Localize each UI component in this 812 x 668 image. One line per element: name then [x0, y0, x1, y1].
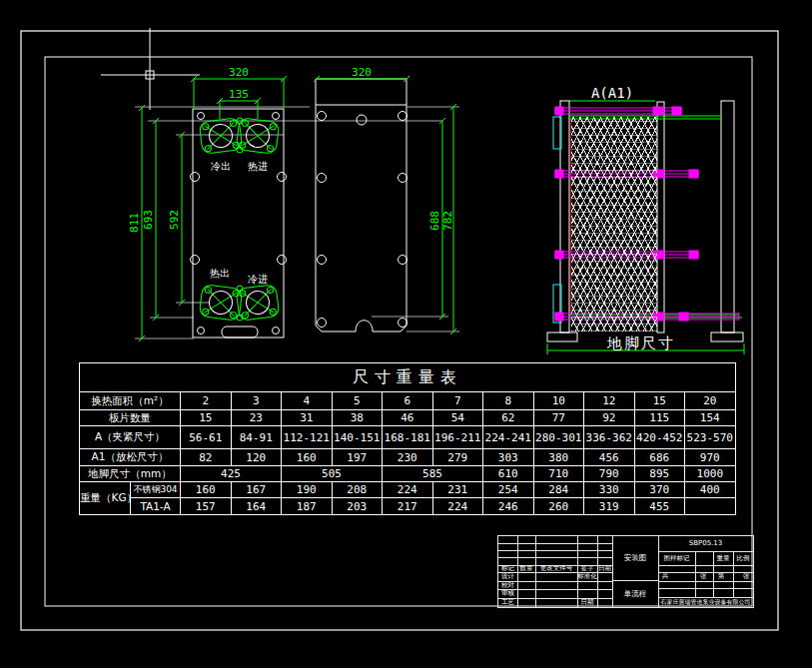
- table-cell: 280-301: [533, 426, 584, 449]
- table-cell: 790: [584, 466, 635, 482]
- crosshair-cursor[interactable]: [101, 28, 200, 110]
- weight-group-label: 重量（KG）: [80, 482, 131, 515]
- rev-header-date: 日期: [597, 565, 612, 572]
- role-design: 设计: [498, 572, 517, 581]
- foot-dimension-label: 地脚尺寸: [606, 334, 675, 352]
- table-cell: 160: [282, 449, 333, 466]
- table-row-weight-ss304: 重量（KG）不锈钢3041601671902082242312542843303…: [80, 482, 736, 498]
- table-cell: 420-452: [634, 426, 685, 449]
- cad-canvas: 冷出 热进 热出 冷进 320 1: [0, 0, 812, 668]
- table-cell: 260: [533, 498, 584, 515]
- table-cell: 5: [332, 392, 383, 410]
- table-cell: 2: [181, 392, 232, 410]
- size-table: 尺寸重量表换热面积（m²）234567810121520板片数量15233138…: [79, 362, 736, 515]
- port-label-cold-in: 冷进: [248, 274, 268, 285]
- table-cell: 303: [483, 449, 534, 466]
- role-check: 校对: [498, 581, 517, 589]
- table-cell: 610: [483, 466, 534, 482]
- rev-header-mark: 标记: [498, 565, 517, 572]
- table-cell: 686: [634, 449, 685, 466]
- table-cell: 20: [685, 392, 736, 410]
- doc-number: SBP05.13: [658, 536, 753, 551]
- table-cell: 12: [584, 392, 635, 410]
- role-review: 审核: [498, 589, 517, 598]
- table-cell: 10: [533, 392, 584, 410]
- table-cell: 224-241: [483, 426, 534, 449]
- table-cell: 120: [231, 449, 282, 466]
- table-cell: 6: [383, 392, 433, 410]
- rev-header-docno: 更改文件号: [535, 565, 577, 572]
- port-label-cold-out: 冷出: [211, 161, 231, 172]
- port-group: [199, 118, 280, 322]
- table-cell: 115: [634, 410, 685, 426]
- row-label: 换热面积（m²）: [80, 392, 181, 410]
- title-block: 标记 数量 更改文件号 签字 日期 设计 标准化 校对 审核 工艺 日期 安装图…: [497, 535, 754, 608]
- table-cell: 77: [533, 410, 584, 426]
- table-cell: 38: [332, 410, 383, 426]
- table-cell: 23: [231, 410, 282, 426]
- table-cell: 224: [383, 482, 433, 498]
- table-title: 尺寸重量表: [80, 363, 736, 392]
- table-cell: 8: [483, 392, 534, 410]
- table-cell: 31: [282, 410, 333, 426]
- table-cell: 157: [181, 498, 232, 515]
- size-weight-table-wrap: 尺寸重量表换热面积（m²）234567810121520板片数量15233138…: [79, 362, 735, 521]
- dim-height-693: 693: [142, 210, 155, 230]
- port-label-hot-in: 热进: [248, 161, 268, 172]
- table-cell: 505: [282, 466, 383, 482]
- table-cell: 168-181: [383, 426, 433, 449]
- row-label: TA1-A: [131, 498, 181, 515]
- port-label-hot-out: 热出: [210, 268, 230, 279]
- row-label: 地脚尺寸（mm）: [80, 466, 181, 482]
- table-cell: 217: [383, 498, 433, 515]
- row-label: A（夹紧尺寸）: [80, 426, 181, 449]
- table-row-weight-ta1a: TA1-A157164187203217224246260319455: [80, 498, 736, 515]
- plate-pack-hatch: [571, 117, 657, 332]
- row-label: 板片数量: [80, 410, 181, 426]
- table-cell: 330: [584, 482, 635, 498]
- table-cell: 208: [332, 482, 383, 498]
- scale-label: 比例: [733, 551, 753, 565]
- weight-label: 重量: [713, 551, 733, 565]
- table-cell: 154: [685, 410, 736, 426]
- table-cell: 380: [533, 449, 584, 466]
- table-row: 板片数量152331384654627792115154: [80, 410, 736, 426]
- sheet-total-label: 共: [660, 572, 670, 581]
- dim-port-span: 135: [229, 88, 249, 101]
- table-cell: 160: [181, 482, 232, 498]
- flow-type-label: 单流程: [612, 580, 658, 607]
- table-cell: 585: [383, 466, 483, 482]
- standardization-label: 标准化: [573, 572, 601, 581]
- table-cell: 370: [634, 482, 685, 498]
- table-cell: 92: [584, 410, 635, 426]
- table-cell: 455: [634, 498, 685, 515]
- table-cell: 3: [231, 392, 282, 410]
- table-row-foot: 地脚尺寸（mm）4255055856107107908951000: [80, 466, 736, 482]
- table-cell: 196-211: [432, 426, 483, 449]
- table-row: 换热面积（m²）234567810121520: [80, 392, 736, 410]
- table-cell: 895: [634, 466, 685, 482]
- table-cell: 425: [181, 466, 282, 482]
- table-cell: 231: [432, 482, 483, 498]
- table-cell: 56-61: [181, 426, 232, 449]
- table-cell: 319: [584, 498, 635, 515]
- table-cell: 336-362: [584, 426, 635, 449]
- table-cell: 230: [383, 449, 433, 466]
- table-cell: 456: [584, 449, 635, 466]
- dim-width-front: 320: [229, 66, 249, 79]
- rev-header-qty: 数量: [517, 565, 535, 572]
- row-label: 不锈钢304: [131, 482, 181, 498]
- dim-height-782: 782: [441, 211, 454, 231]
- table-cell: 523-570: [685, 426, 736, 449]
- dim-height-688: 688: [428, 211, 441, 231]
- table-cell: 203: [332, 498, 383, 515]
- table-cell: 197: [332, 449, 383, 466]
- date-label: 日期: [577, 598, 597, 607]
- table-cell: 1000: [685, 466, 736, 482]
- sheet-unit-label: 张: [698, 572, 708, 581]
- table-cell: 140-151: [332, 426, 383, 449]
- role-process: 工艺: [498, 598, 517, 607]
- table-cell: 84-91: [231, 426, 282, 449]
- sheet-unit2-label: 张: [741, 572, 751, 581]
- table-row: A1（放松尺寸）82120160197230279303380456686970: [80, 449, 736, 466]
